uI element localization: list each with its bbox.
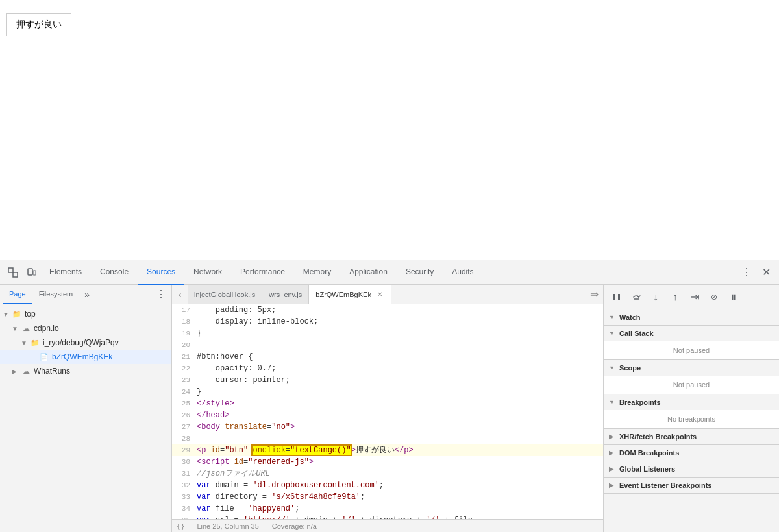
editor-tab-main[interactable]: bZrQWEmBgKEk ✕ — [309, 285, 391, 304]
section-title: Watch — [619, 313, 641, 321]
xhr-breakpoints-header[interactable]: ▶ XHR/fetch Breakpoints — [604, 429, 779, 444]
line-number: 33 — [172, 491, 197, 503]
dom-breakpoints-header[interactable]: ▶ DOM Breakpoints — [604, 445, 779, 461]
tree-arrow — [30, 354, 39, 361]
arrow-icon: ▼ — [609, 365, 617, 371]
line-number: 28 — [172, 433, 197, 444]
tree-item-iryo[interactable]: ▼ 📁 i_ryo/debug/QWjaPqv — [0, 335, 171, 350]
device-toggle-button[interactable] — [22, 263, 40, 282]
panel-tab-page[interactable]: Page — [3, 285, 32, 304]
code-content: <body translate="no"> — [197, 421, 597, 433]
debug-pause-button[interactable] — [608, 288, 626, 306]
svg-rect-2 — [28, 269, 32, 275]
svg-rect-1 — [13, 272, 18, 277]
code-content: opacity: 0.7; — [197, 363, 597, 374]
debug-step-into-button[interactable]: ↓ — [647, 288, 665, 306]
arrow-icon: ▶ — [609, 482, 617, 489]
event-listener-breakpoints-section: ▶ Event Listener Breakpoints — [604, 478, 779, 494]
tree-label: i_ryo/debug/QWjaPqv — [43, 338, 119, 347]
inspect-element-button[interactable] — [4, 263, 22, 282]
close-devtools-button[interactable]: ✕ — [757, 263, 775, 282]
breakpoints-section-header[interactable]: ▼ Breakpoints — [604, 394, 779, 410]
line-number: 27 — [172, 421, 197, 433]
tab-application[interactable]: Application — [340, 260, 397, 285]
page-area: 押すが良い — [0, 0, 779, 260]
tab-network[interactable]: Network — [184, 260, 231, 285]
tree-item-cdpn[interactable]: ▼ ☁ cdpn.io — [0, 321, 171, 335]
global-listeners-header[interactable]: ▶ Global Listeners — [604, 461, 779, 477]
file-tree: ▼ 📁 top ▼ ☁ cdpn.io ▼ 📁 i_ryo/debug/QWja… — [0, 304, 171, 532]
panel-tab-menu[interactable]: ⋮ — [153, 287, 169, 302]
scope-section-header[interactable]: ▼ Scope — [604, 360, 779, 376]
left-panel-tabs: Page Filesystem » ⋮ — [0, 285, 171, 304]
code-line: 20 — [172, 339, 603, 351]
tab-elements[interactable]: Elements — [40, 260, 91, 285]
callstack-section: ▼ Call Stack Not paused — [604, 326, 779, 360]
debugger-toolbar: ↓ ↑ ⇥ ⊘ ⏸ — [604, 285, 779, 309]
event-listener-breakpoints-header[interactable]: ▶ Event Listener Breakpoints — [604, 478, 779, 493]
line-number: 34 — [172, 503, 197, 514]
tab-label: bZrQWEmBgKEk — [315, 291, 371, 298]
code-line: 17 padding: 5px; — [172, 304, 603, 316]
tree-item-whatruns[interactable]: ▶ ☁ WhatRuns — [0, 364, 171, 378]
tab-audits[interactable]: Audits — [443, 260, 482, 285]
more-tools-button[interactable]: ⋮ — [737, 263, 756, 282]
tree-arrow: ▼ — [21, 339, 30, 346]
arrow-icon: ▼ — [609, 399, 617, 405]
tree-item-file[interactable]: 📄 bZrQWEmBgKEk — [0, 350, 171, 364]
watch-section: ▼ Watch — [604, 309, 779, 326]
editor-tab-prev[interactable]: ‹ — [172, 285, 188, 304]
debug-step-over-button[interactable] — [627, 288, 645, 306]
tree-arrow: ▶ — [12, 368, 21, 375]
code-line: 23 cursor: pointer; — [172, 374, 603, 386]
editor-tabs: ‹ injectGlobalHook.js wrs_env.js bZrQWEm… — [172, 285, 603, 304]
code-content: var file = 'happyend'; — [197, 503, 597, 514]
tab-sources[interactable]: Sources — [138, 260, 184, 285]
code-content: </style> — [197, 398, 597, 409]
cloud-icon: ☁ — [21, 366, 31, 376]
code-line: 21 #btn:hover { — [172, 351, 603, 363]
editor-tab-wrs[interactable]: wrs_env.js — [262, 285, 309, 304]
debug-deactivate-button[interactable]: ⊘ — [705, 288, 723, 306]
line-number: 21 — [172, 351, 197, 363]
code-line: 19 } — [172, 328, 603, 339]
code-content: } — [197, 386, 597, 398]
tab-console[interactable]: Console — [91, 260, 138, 285]
editor-tab-inject[interactable]: injectGlobalHook.js — [188, 285, 262, 304]
code-line: 25 </style> — [172, 398, 603, 409]
editor-nav-right[interactable]: ⇒ — [585, 285, 603, 304]
code-line: 35 var url = 'https://' + dmain + '/' + … — [172, 514, 603, 519]
line-number: 29 — [172, 444, 197, 456]
file-icon: 📄 — [39, 352, 49, 362]
code-content: var directory = 's/x6tsr4ah8cfe9ta'; — [197, 491, 597, 503]
watch-section-header[interactable]: ▼ Watch — [604, 309, 779, 325]
debug-pause-exceptions-button[interactable]: ⏸ — [724, 288, 743, 306]
callstack-section-header[interactable]: ▼ Call Stack — [604, 326, 779, 341]
arrow-icon: ▶ — [609, 466, 617, 472]
tree-item-top[interactable]: ▼ 📁 top — [0, 307, 171, 321]
editor-statusbar: { } Line 25, Column 35 Coverage: n/a — [172, 519, 603, 532]
tab-memory[interactable]: Memory — [294, 260, 340, 285]
panel-tab-more[interactable]: » — [79, 287, 95, 302]
debug-sections: ▼ Watch ▼ Call Stack Not paused ▼ Scope — [604, 309, 779, 532]
section-title: Breakpoints — [619, 398, 661, 406]
middle-panel: ‹ injectGlobalHook.js wrs_env.js bZrQWEm… — [172, 285, 604, 532]
tab-label: injectGlobalHook.js — [194, 291, 255, 298]
breakpoints-content: No breakpoints — [604, 410, 779, 428]
devtools-tab-bar: Elements Console Sources Network Perform… — [40, 260, 737, 285]
line-number: 26 — [172, 409, 197, 421]
code-area[interactable]: 17 padding: 5px; 18 display: inline-bloc… — [172, 304, 603, 519]
section-title: Scope — [619, 364, 641, 372]
tab-security[interactable]: Security — [397, 260, 443, 285]
debug-step-out-button[interactable]: ↑ — [666, 288, 684, 306]
tab-close-button[interactable]: ✕ — [375, 290, 384, 299]
status-position: Line 25, Column 35 — [197, 522, 258, 530]
demo-button[interactable]: 押すが良い — [6, 13, 71, 36]
debug-step-button[interactable]: ⇥ — [686, 288, 704, 306]
tab-performance[interactable]: Performance — [231, 260, 294, 285]
code-content: </head> — [197, 409, 597, 421]
panel-tab-filesystem[interactable]: Filesystem — [32, 285, 80, 304]
line-number: 25 — [172, 398, 197, 409]
line-number: 22 — [172, 363, 197, 374]
xhr-breakpoints-section: ▶ XHR/fetch Breakpoints — [604, 429, 779, 445]
